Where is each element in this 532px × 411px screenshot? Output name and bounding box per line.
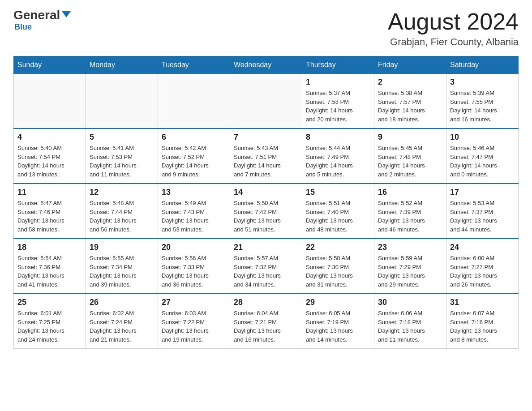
col-sunday: Sunday [14,56,86,74]
day-cell: 1Sunrise: 5:37 AM Sunset: 7:58 PM Daylig… [302,74,374,129]
day-info: Sunrise: 5:47 AM Sunset: 7:46 PM Dayligh… [17,199,82,234]
col-friday: Friday [374,56,446,74]
day-number: 10 [450,133,515,142]
day-cell: 30Sunrise: 6:06 AM Sunset: 7:18 PM Dayli… [374,294,446,349]
day-cell: 28Sunrise: 6:04 AM Sunset: 7:21 PM Dayli… [230,294,302,349]
day-cell: 6Sunrise: 5:42 AM Sunset: 7:52 PM Daylig… [158,128,230,184]
day-number: 19 [90,243,154,252]
day-cell: 27Sunrise: 6:03 AM Sunset: 7:22 PM Dayli… [158,294,230,349]
day-info: Sunrise: 6:00 AM Sunset: 7:27 PM Dayligh… [450,254,515,289]
day-cell: 4Sunrise: 5:40 AM Sunset: 7:54 PM Daylig… [14,128,86,184]
day-cell: 25Sunrise: 6:01 AM Sunset: 7:25 PM Dayli… [14,294,86,349]
logo-general: General [13,9,71,21]
day-number: 29 [306,298,370,307]
day-info: Sunrise: 5:40 AM Sunset: 7:54 PM Dayligh… [17,144,82,179]
day-number: 1 [306,77,370,87]
day-info: Sunrise: 5:41 AM Sunset: 7:53 PM Dayligh… [90,144,154,179]
col-saturday: Saturday [446,56,519,74]
day-number: 27 [162,298,226,307]
day-cell [230,74,302,129]
day-cell: 17Sunrise: 5:53 AM Sunset: 7:37 PM Dayli… [446,184,519,239]
day-info: Sunrise: 5:57 AM Sunset: 7:32 PM Dayligh… [234,254,298,289]
day-number: 17 [450,188,515,197]
day-cell: 3Sunrise: 5:39 AM Sunset: 7:55 PM Daylig… [446,74,519,129]
day-info: Sunrise: 5:38 AM Sunset: 7:57 PM Dayligh… [378,89,442,124]
day-number: 25 [17,298,82,307]
day-cell: 12Sunrise: 5:48 AM Sunset: 7:44 PM Dayli… [86,184,158,239]
week-row-2: 4Sunrise: 5:40 AM Sunset: 7:54 PM Daylig… [14,128,519,184]
day-cell: 24Sunrise: 6:00 AM Sunset: 7:27 PM Dayli… [446,239,519,294]
day-number: 9 [378,133,442,142]
day-cell: 23Sunrise: 5:59 AM Sunset: 7:29 PM Dayli… [374,239,446,294]
week-row-1: 1Sunrise: 5:37 AM Sunset: 7:58 PM Daylig… [14,74,519,129]
calendar-header-row: Sunday Monday Tuesday Wednesday Thursday… [14,56,519,74]
day-cell: 13Sunrise: 5:49 AM Sunset: 7:43 PM Dayli… [158,184,230,239]
day-info: Sunrise: 5:59 AM Sunset: 7:29 PM Dayligh… [378,254,442,289]
day-number: 15 [306,188,370,197]
day-number: 3 [450,77,515,87]
day-number: 31 [450,298,515,307]
logo-blue: Blue [14,22,32,32]
day-info: Sunrise: 5:44 AM Sunset: 7:49 PM Dayligh… [306,144,370,179]
day-info: Sunrise: 5:45 AM Sunset: 7:48 PM Dayligh… [378,144,442,179]
day-cell: 29Sunrise: 6:05 AM Sunset: 7:19 PM Dayli… [302,294,374,349]
day-cell: 10Sunrise: 5:46 AM Sunset: 7:47 PM Dayli… [446,128,519,184]
day-cell: 26Sunrise: 6:02 AM Sunset: 7:24 PM Dayli… [86,294,158,349]
day-number: 5 [90,133,154,142]
day-number: 30 [378,298,442,307]
day-cell [158,74,230,129]
day-info: Sunrise: 5:49 AM Sunset: 7:43 PM Dayligh… [162,199,226,234]
day-info: Sunrise: 6:01 AM Sunset: 7:25 PM Dayligh… [17,309,82,344]
col-tuesday: Tuesday [158,56,230,74]
day-number: 8 [306,133,370,142]
day-cell: 16Sunrise: 5:52 AM Sunset: 7:39 PM Dayli… [374,184,446,239]
day-cell: 2Sunrise: 5:38 AM Sunset: 7:57 PM Daylig… [374,74,446,129]
day-info: Sunrise: 6:07 AM Sunset: 7:16 PM Dayligh… [450,309,515,344]
day-number: 13 [162,188,226,197]
day-info: Sunrise: 5:58 AM Sunset: 7:30 PM Dayligh… [306,254,370,289]
col-thursday: Thursday [302,56,374,74]
day-info: Sunrise: 6:04 AM Sunset: 7:21 PM Dayligh… [234,309,298,344]
day-number: 7 [234,133,298,142]
day-info: Sunrise: 5:42 AM Sunset: 7:52 PM Dayligh… [162,144,226,179]
day-number: 24 [450,243,515,252]
day-info: Sunrise: 5:37 AM Sunset: 7:58 PM Dayligh… [306,89,370,124]
week-row-4: 18Sunrise: 5:54 AM Sunset: 7:36 PM Dayli… [14,239,519,294]
col-wednesday: Wednesday [230,56,302,74]
main-title: August 2024 [388,9,519,34]
day-number: 20 [162,243,226,252]
col-monday: Monday [86,56,158,74]
day-cell: 19Sunrise: 5:55 AM Sunset: 7:34 PM Dayli… [86,239,158,294]
day-cell: 31Sunrise: 6:07 AM Sunset: 7:16 PM Dayli… [446,294,519,349]
day-info: Sunrise: 5:46 AM Sunset: 7:47 PM Dayligh… [450,144,515,179]
day-cell [14,74,86,129]
day-info: Sunrise: 5:52 AM Sunset: 7:39 PM Dayligh… [378,199,442,234]
day-cell: 14Sunrise: 5:50 AM Sunset: 7:42 PM Dayli… [230,184,302,239]
week-row-3: 11Sunrise: 5:47 AM Sunset: 7:46 PM Dayli… [14,184,519,239]
day-info: Sunrise: 6:02 AM Sunset: 7:24 PM Dayligh… [90,309,154,344]
day-info: Sunrise: 5:50 AM Sunset: 7:42 PM Dayligh… [234,199,298,234]
week-row-5: 25Sunrise: 6:01 AM Sunset: 7:25 PM Dayli… [14,294,519,349]
day-info: Sunrise: 5:56 AM Sunset: 7:33 PM Dayligh… [162,254,226,289]
day-number: 16 [378,188,442,197]
day-number: 21 [234,243,298,252]
day-number: 26 [90,298,154,307]
day-number: 14 [234,188,298,197]
day-info: Sunrise: 5:53 AM Sunset: 7:37 PM Dayligh… [450,199,515,234]
day-cell: 5Sunrise: 5:41 AM Sunset: 7:53 PM Daylig… [86,128,158,184]
day-number: 2 [378,77,442,87]
day-info: Sunrise: 5:55 AM Sunset: 7:34 PM Dayligh… [90,254,154,289]
day-number: 12 [90,188,154,197]
day-number: 28 [234,298,298,307]
day-number: 6 [162,133,226,142]
day-cell: 15Sunrise: 5:51 AM Sunset: 7:40 PM Dayli… [302,184,374,239]
day-cell: 9Sunrise: 5:45 AM Sunset: 7:48 PM Daylig… [374,128,446,184]
day-cell [86,74,158,129]
day-info: Sunrise: 5:39 AM Sunset: 7:55 PM Dayligh… [450,89,515,124]
day-cell: 11Sunrise: 5:47 AM Sunset: 7:46 PM Dayli… [14,184,86,239]
day-info: Sunrise: 5:48 AM Sunset: 7:44 PM Dayligh… [90,199,154,234]
title-area: August 2024 Grabjan, Fier County, Albani… [388,9,519,48]
day-cell: 22Sunrise: 5:58 AM Sunset: 7:30 PM Dayli… [302,239,374,294]
day-cell: 20Sunrise: 5:56 AM Sunset: 7:33 PM Dayli… [158,239,230,294]
day-number: 23 [378,243,442,252]
